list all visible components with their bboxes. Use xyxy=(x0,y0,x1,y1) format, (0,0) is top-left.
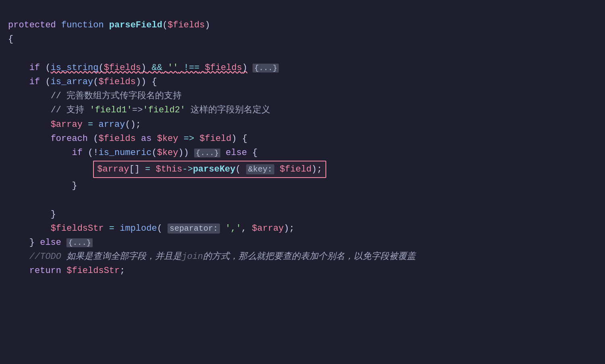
line-else: } else {...} xyxy=(8,238,93,248)
line-highlighted: $array[] = $this->parseKey( &key: $field… xyxy=(8,164,326,174)
line-array-assign: $array = array(); xyxy=(8,120,141,130)
line-foreach: foreach ($fields as $key => $field) { xyxy=(8,134,247,144)
code-editor: protected function parseField($fields) {… xyxy=(8,4,597,278)
line-comment1: // 完善数组方式传字段名的支持 xyxy=(8,91,182,101)
line-return: return $fieldsStr; xyxy=(8,266,125,276)
line-open-brace: { xyxy=(8,34,13,44)
line-comment2: // 支持 'field1'=>'field2' 这样的字段别名定义 xyxy=(8,105,270,115)
line-if-string: if (is_string($fields) && '' !== $fields… xyxy=(8,63,279,73)
line-blank2 xyxy=(8,195,13,205)
line-if-array: if (is_array($fields)) { xyxy=(8,77,157,87)
line-close-inner: } xyxy=(8,181,77,191)
line-close-foreach: } xyxy=(8,209,56,219)
line-fieldsStr: $fieldsStr = implode( separator: ',', $a… xyxy=(8,223,294,234)
line-todo: //TODO 如果是查询全部字段，并且是join的方式，那么就把要查的表加个别名… xyxy=(8,252,416,262)
line-signature: protected function parseField($fields) xyxy=(8,20,210,30)
line-if-numeric: if (!is_numeric($key)) {...} else { xyxy=(8,148,258,158)
